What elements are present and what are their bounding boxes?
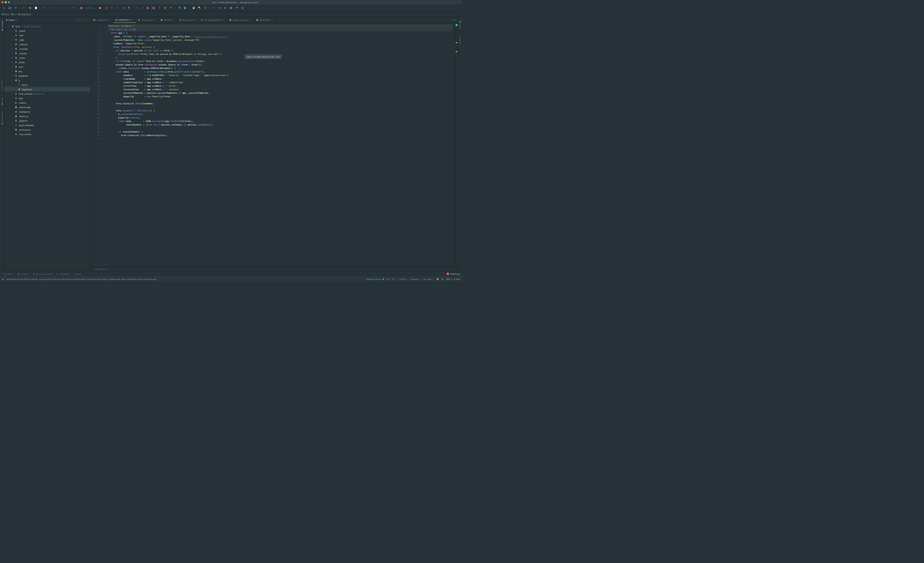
close-tab-icon[interactable]: × xyxy=(132,19,134,21)
expand-arrow-icon[interactable]: + xyxy=(11,35,13,37)
close-tab-icon[interactable]: × xyxy=(272,19,273,21)
settings-button[interactable]: ⚙ xyxy=(177,6,182,10)
coverage-button[interactable]: ⊙ xyxy=(110,6,114,10)
breadcrumb-item[interactable]: ▮ js › xyxy=(12,13,17,15)
copy-button[interactable]: ⧉ xyxy=(28,6,32,10)
minimize-window-button[interactable] xyxy=(5,1,7,3)
tree-folder[interactable]: +▮_data xyxy=(4,38,90,42)
memory-indicator[interactable]: 522 of 1733M xyxy=(446,278,460,280)
rerun-button[interactable]: ↻ xyxy=(127,6,132,10)
grunt-tool-tab[interactable]: ▮Grunt xyxy=(1,97,3,105)
expand-arrow-icon[interactable]: + xyxy=(11,48,13,50)
expand-arrow-icon[interactable]: + xyxy=(11,39,13,41)
collapse-icon[interactable]: ⇱ xyxy=(79,19,81,21)
close-tab-icon[interactable]: × xyxy=(173,19,174,21)
project-view-selector[interactable]: ▮ Project ⌄ xyxy=(6,19,74,21)
editor-tab[interactable]: M↓01-lookandfeel.md× xyxy=(199,17,227,23)
tree-file[interactable]: ▮.eslintrc.js xyxy=(4,114,90,119)
grid-button[interactable]: ▦ xyxy=(183,6,188,10)
vcs-commit-button[interactable]: ▶ xyxy=(146,6,150,10)
terminal-tool-tab[interactable]: ▣Terminal xyxy=(18,273,28,275)
marker-icon[interactable] xyxy=(456,24,458,26)
git-branch-selector[interactable]: Git: docs⌄ xyxy=(423,278,434,280)
close-tab-icon[interactable]: × xyxy=(250,19,252,21)
expand-arrow-icon[interactable]: − xyxy=(11,79,13,81)
close-tab-icon[interactable]: × xyxy=(223,19,225,21)
expand-arrow-icon[interactable]: + xyxy=(11,30,13,32)
status-link[interactable]: Don't show xyxy=(133,278,143,280)
build-button[interactable]: ➚ xyxy=(70,6,75,10)
tree-file[interactable]: ▮.postcssrc.js xyxy=(4,128,90,132)
gradle-tool-tab[interactable]: ◆Gradle xyxy=(459,20,461,29)
stop-icon[interactable]: ▣ xyxy=(79,6,84,10)
locate-icon[interactable]: ◎ xyxy=(76,19,78,21)
close-tab-icon[interactable]: × xyxy=(110,19,111,21)
hide-icon[interactable]: — xyxy=(87,19,89,21)
tree-folder[interactable]: +▮node_modules library root xyxy=(4,92,90,96)
editor-breadcrumb[interactable]: <anonymous>() xyxy=(91,267,458,271)
editor-tab[interactable]: ◆.ruby-version× xyxy=(136,17,159,23)
more-icon[interactable]: ⋮ xyxy=(83,19,85,21)
undo-button[interactable]: ↶ xyxy=(42,6,46,10)
expand-arrow-icon[interactable]: + xyxy=(11,52,13,54)
favorites-tool-tab[interactable]: ★2: Favorites xyxy=(1,112,3,125)
tree-file[interactable]: B.babelrc xyxy=(4,101,90,105)
error-stripe[interactable] xyxy=(455,23,458,267)
status-link[interactable]: Show details xyxy=(121,278,132,280)
expand-arrow-icon[interactable]: + xyxy=(11,75,13,77)
expand-arrow-icon[interactable]: + xyxy=(11,66,13,68)
marker-icon[interactable] xyxy=(456,42,458,43)
tool-button-3[interactable]: ▦ xyxy=(223,6,228,10)
vcs-rollback-button[interactable]: ◎ xyxy=(163,6,168,10)
tree-root[interactable]: − ▮ docs ~/IdeaProjects/docs xyxy=(4,24,90,29)
paste-button[interactable]: 📋 xyxy=(34,6,38,10)
editor-tab[interactable]: ▣feature.html× xyxy=(254,17,276,23)
tree-folder[interactable]: +▮docs xyxy=(4,65,90,69)
sync-button[interactable]: ⟳ xyxy=(14,6,18,10)
back-button[interactable]: ← xyxy=(57,6,61,10)
expand-arrow-icon[interactable]: + xyxy=(11,93,13,95)
tabs-overflow-button[interactable]: ⋯ ⌄ xyxy=(450,17,458,23)
stop-button[interactable]: ■ xyxy=(121,6,126,10)
expand-arrow-icon[interactable]: + xyxy=(11,57,13,59)
fold-gutter[interactable] xyxy=(102,23,105,267)
quokka-tool-tab[interactable]: Quokka xyxy=(74,273,81,275)
vcs-diff-button[interactable]: ✦ xyxy=(169,6,173,10)
close-tab-icon[interactable]: × xyxy=(195,19,196,21)
tree-file[interactable]: ▮.gitignore xyxy=(4,119,90,123)
expand-arrow-icon[interactable]: + xyxy=(11,70,13,72)
expand-arrow-icon[interactable]: + xyxy=(11,44,13,46)
vcs-tool-tab[interactable]: ⎇9: Version Control xyxy=(33,273,52,275)
lock-icon[interactable]: 🔒 xyxy=(436,278,439,280)
run-config-selector[interactable]: WATCH ⌄ xyxy=(85,6,97,9)
cut-button[interactable]: ✂ xyxy=(22,6,27,10)
editor-tab[interactable]: ◆themes.scss× xyxy=(177,17,199,23)
forward-button[interactable]: → xyxy=(62,6,67,10)
tree-folder[interactable]: +▮_layouts xyxy=(4,51,90,56)
indent-selector[interactable]: 2 spaces⌄ xyxy=(410,278,421,280)
tree-file[interactable]: ▮.editorconfig xyxy=(4,105,90,110)
theme-selector[interactable]: Material Oceanic xyxy=(366,278,384,280)
expand-arrow-icon[interactable]: + xyxy=(11,97,13,99)
run-button[interactable]: ▶ xyxy=(98,6,103,10)
code-editor[interactable]: 1245678910111213141718192021222324252627… xyxy=(91,23,458,267)
tree-folder[interactable]: +▮_includes xyxy=(4,47,90,51)
terminal-button[interactable]: ▣ xyxy=(192,6,196,10)
structure-tool-tab[interactable]: 7: Structure xyxy=(1,81,3,91)
tree-file[interactable]: ▮.jekyll-metadata xyxy=(4,123,90,128)
tree-file[interactable]: ▮.ruby-version xyxy=(4,132,90,137)
status-message[interactable]: Ignored files found that are tracked: .i… xyxy=(6,278,364,280)
tree-folder[interactable]: +▮_posts xyxy=(4,56,90,60)
tree-folder[interactable]: +▮jekyllbuild xyxy=(4,74,90,78)
notification-icon[interactable]: ◆ xyxy=(2,278,4,280)
checkstyle-tool-tab[interactable]: ✔CheckStyle xyxy=(57,273,70,275)
editor-tab[interactable]: JSpageclip.js× xyxy=(113,17,136,23)
encoding-selector[interactable]: UTF-8⌄ xyxy=(399,278,408,280)
cursor-position[interactable]: 3:5 xyxy=(387,278,390,280)
minimap-button[interactable]: ▥ xyxy=(203,6,208,10)
tree-file[interactable]: ⬡app.js xyxy=(4,83,90,87)
editor-tab[interactable]: ▣article_index.html× xyxy=(227,17,254,23)
collapse-arrow-icon[interactable]: − xyxy=(8,26,10,28)
todo-tool-tab[interactable]: ☰6: TODO xyxy=(2,273,13,275)
open-button[interactable]: ▭ xyxy=(2,6,6,10)
